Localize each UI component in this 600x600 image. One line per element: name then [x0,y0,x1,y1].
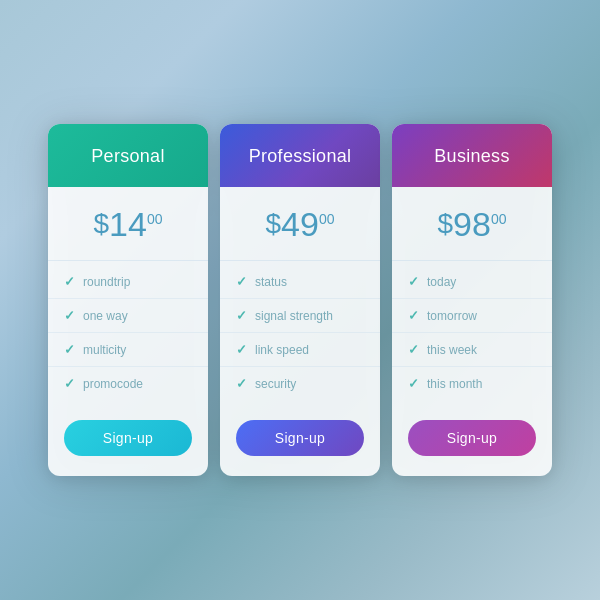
price-cents-personal: 00 [147,211,163,227]
feature-label: status [255,275,287,289]
plan-price-section-professional: $4900 [220,187,380,261]
feature-item: ✓this month [392,367,552,400]
plan-header-business: Business [392,124,552,187]
check-icon: ✓ [236,308,247,323]
plan-header-professional: Professional [220,124,380,187]
plan-footer-professional: Sign-up [220,404,380,476]
feature-label: promocode [83,377,143,391]
price-cents-business: 00 [491,211,507,227]
price-cents-professional: 00 [319,211,335,227]
feature-item: ✓one way [48,299,208,333]
plan-card-personal: Personal$1400✓roundtrip✓one way✓multicit… [48,124,208,476]
price-main-professional: 49 [281,205,319,244]
feature-item: ✓this week [392,333,552,367]
plan-name-professional: Professional [236,146,364,167]
feature-label: roundtrip [83,275,130,289]
feature-label: link speed [255,343,309,357]
signup-button-personal[interactable]: Sign-up [64,420,192,456]
feature-item: ✓signal strength [220,299,380,333]
plan-price-business: $9800 [438,205,507,244]
check-icon: ✓ [64,342,75,357]
price-currency-professional: $ [266,208,282,240]
price-currency-personal: $ [94,208,110,240]
plan-features-business: ✓today✓tomorrow✓this week✓this month [392,261,552,404]
check-icon: ✓ [236,274,247,289]
feature-label: this week [427,343,477,357]
feature-item: ✓promocode [48,367,208,400]
feature-item: ✓status [220,265,380,299]
check-icon: ✓ [236,376,247,391]
check-icon: ✓ [408,376,419,391]
signup-button-professional[interactable]: Sign-up [236,420,364,456]
plan-features-professional: ✓status✓signal strength✓link speed✓secur… [220,261,380,404]
signup-button-business[interactable]: Sign-up [408,420,536,456]
plan-price-section-personal: $1400 [48,187,208,261]
check-icon: ✓ [64,308,75,323]
check-icon: ✓ [64,274,75,289]
feature-label: tomorrow [427,309,477,323]
feature-label: multicity [83,343,126,357]
feature-item: ✓multicity [48,333,208,367]
plan-card-business: Business$9800✓today✓tomorrow✓this week✓t… [392,124,552,476]
feature-label: signal strength [255,309,333,323]
check-icon: ✓ [408,274,419,289]
check-icon: ✓ [64,376,75,391]
feature-label: this month [427,377,482,391]
feature-label: security [255,377,296,391]
plan-card-professional: Professional$4900✓status✓signal strength… [220,124,380,476]
feature-label: one way [83,309,128,323]
plan-name-personal: Personal [64,146,192,167]
feature-item: ✓security [220,367,380,400]
feature-item: ✓roundtrip [48,265,208,299]
check-icon: ✓ [408,308,419,323]
price-main-business: 98 [453,205,491,244]
feature-item: ✓link speed [220,333,380,367]
check-icon: ✓ [408,342,419,357]
plan-header-personal: Personal [48,124,208,187]
feature-label: today [427,275,456,289]
plan-features-personal: ✓roundtrip✓one way✓multicity✓promocode [48,261,208,404]
pricing-table: Personal$1400✓roundtrip✓one way✓multicit… [42,124,558,476]
plan-footer-personal: Sign-up [48,404,208,476]
price-currency-business: $ [438,208,454,240]
plan-price-personal: $1400 [94,205,163,244]
plan-price-section-business: $9800 [392,187,552,261]
feature-item: ✓today [392,265,552,299]
price-main-personal: 14 [109,205,147,244]
plan-price-professional: $4900 [266,205,335,244]
check-icon: ✓ [236,342,247,357]
plan-name-business: Business [408,146,536,167]
feature-item: ✓tomorrow [392,299,552,333]
plan-footer-business: Sign-up [392,404,552,476]
